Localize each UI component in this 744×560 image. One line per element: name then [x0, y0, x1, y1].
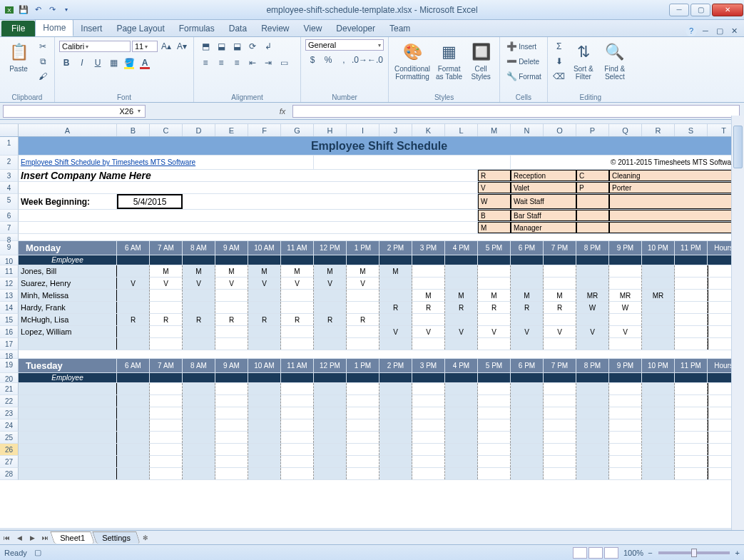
cell[interactable] — [248, 255, 281, 265]
shift-cell[interactable] — [675, 302, 708, 313]
time-column-header[interactable]: 9 PM — [609, 241, 642, 255]
cell[interactable] — [576, 373, 609, 382]
shift-cell[interactable] — [412, 383, 445, 394]
schedule-title[interactable]: Employee Shift Schedule — [19, 137, 740, 155]
time-column-header[interactable]: 5 PM — [478, 359, 511, 372]
shift-cell[interactable] — [379, 383, 412, 394]
cell[interactable] — [215, 373, 248, 382]
shift-cell[interactable] — [478, 432, 511, 443]
cell[interactable] — [642, 373, 675, 382]
cell[interactable] — [642, 255, 675, 265]
align-center-icon[interactable]: ≡ — [214, 56, 228, 70]
shift-cell[interactable] — [576, 383, 609, 394]
shift-cell[interactable] — [609, 338, 642, 350]
shift-cell[interactable]: R — [117, 314, 150, 325]
shift-cell[interactable] — [215, 290, 248, 301]
week-beginning-date[interactable]: 5/4/2015 — [117, 194, 183, 209]
column-header[interactable]: P — [576, 124, 609, 136]
cell[interactable] — [478, 255, 511, 265]
time-column-header[interactable]: 12 PM — [314, 359, 347, 372]
shift-cell[interactable] — [576, 407, 609, 419]
legend-code[interactable]: V — [478, 182, 511, 193]
column-header[interactable]: S — [675, 124, 708, 136]
cell[interactable] — [150, 255, 183, 265]
shift-cell[interactable] — [379, 444, 412, 455]
shift-cell[interactable] — [511, 444, 544, 455]
shift-cell[interactable] — [347, 432, 379, 443]
shift-cell[interactable] — [379, 338, 412, 350]
legend-name[interactable]: Cleaning — [609, 170, 740, 181]
employee-name[interactable] — [19, 338, 117, 350]
shift-cell[interactable] — [576, 432, 609, 443]
time-column-header[interactable]: 7 AM — [150, 241, 183, 255]
shift-cell[interactable] — [215, 395, 248, 407]
cell[interactable] — [347, 255, 379, 265]
shift-cell[interactable]: M — [412, 290, 445, 301]
shift-cell[interactable] — [150, 468, 183, 479]
paste-button[interactable]: 📋 Paste — [4, 39, 33, 74]
shift-cell[interactable]: V — [379, 326, 412, 337]
shift-cell[interactable] — [544, 278, 576, 289]
font-name-select[interactable]: Calibri▾ — [59, 41, 131, 52]
shift-cell[interactable] — [117, 395, 150, 407]
shift-cell[interactable]: R — [379, 302, 412, 313]
decrease-decimal-icon[interactable]: ←.0 — [368, 53, 382, 67]
shift-cell[interactable]: V — [412, 326, 445, 337]
formula-input[interactable] — [292, 105, 740, 118]
time-column-header[interactable]: 6 AM — [117, 241, 150, 255]
legend-code[interactable] — [576, 194, 609, 209]
day-header[interactable]: Monday — [19, 241, 117, 255]
cell[interactable] — [675, 255, 708, 265]
time-column-header[interactable]: 7 PM — [544, 241, 576, 255]
shift-cell[interactable] — [183, 432, 215, 443]
shift-cell[interactable] — [576, 314, 609, 325]
shift-cell[interactable] — [117, 326, 150, 337]
cell[interactable] — [183, 373, 215, 382]
shift-cell[interactable] — [478, 395, 511, 407]
shift-cell[interactable]: R — [248, 314, 281, 325]
cell[interactable] — [281, 255, 314, 265]
format-as-table-button[interactable]: ▦Format as Table — [434, 39, 464, 82]
shift-cell[interactable] — [609, 314, 642, 325]
legend-code[interactable] — [576, 222, 609, 233]
shift-cell[interactable] — [248, 444, 281, 455]
row-header[interactable]: 20 — [0, 373, 19, 383]
help-icon[interactable]: ? — [686, 25, 697, 36]
find-select-button[interactable]: 🔍Find & Select — [601, 39, 629, 82]
page-layout-view-icon[interactable] — [588, 547, 603, 559]
shift-cell[interactable] — [347, 302, 379, 313]
time-column-header[interactable]: 8 PM — [576, 241, 609, 255]
cell[interactable] — [19, 222, 478, 233]
shift-cell[interactable] — [183, 326, 215, 337]
shift-cell[interactable] — [183, 444, 215, 455]
shift-cell[interactable] — [511, 456, 544, 467]
shift-cell[interactable]: M — [314, 265, 347, 277]
shift-cell[interactable] — [379, 419, 412, 431]
shift-cell[interactable] — [511, 407, 544, 419]
shift-cell[interactable] — [379, 314, 412, 325]
shift-cell[interactable] — [215, 383, 248, 394]
employee-name[interactable]: Jones, Bill — [19, 265, 117, 277]
vertical-scrollbar[interactable] — [731, 116, 744, 530]
shift-cell[interactable] — [511, 383, 544, 394]
currency-icon[interactable]: $ — [305, 53, 320, 67]
cell[interactable] — [150, 373, 183, 382]
name-box[interactable]: X26▾ — [3, 105, 146, 118]
tab-team[interactable]: Team — [382, 21, 417, 36]
save-icon[interactable]: 💾 — [17, 4, 30, 16]
tab-home[interactable]: Home — [35, 19, 73, 36]
shift-cell[interactable] — [248, 302, 281, 313]
shift-cell[interactable] — [544, 338, 576, 350]
cell[interactable] — [314, 255, 347, 265]
shift-cell[interactable] — [544, 407, 576, 419]
align-right-icon[interactable]: ≡ — [230, 56, 244, 70]
legend-name[interactable]: Valet — [511, 182, 576, 193]
tab-nav-prev-icon[interactable]: ◀ — [13, 534, 26, 541]
shift-cell[interactable]: V — [117, 278, 150, 289]
doc-close-icon[interactable]: ✕ — [728, 25, 740, 36]
shift-cell[interactable]: V — [511, 326, 544, 337]
shift-cell[interactable] — [445, 338, 478, 350]
time-column-header[interactable]: 6 PM — [511, 241, 544, 255]
column-header[interactable]: R — [642, 124, 675, 136]
shift-cell[interactable] — [314, 407, 347, 419]
